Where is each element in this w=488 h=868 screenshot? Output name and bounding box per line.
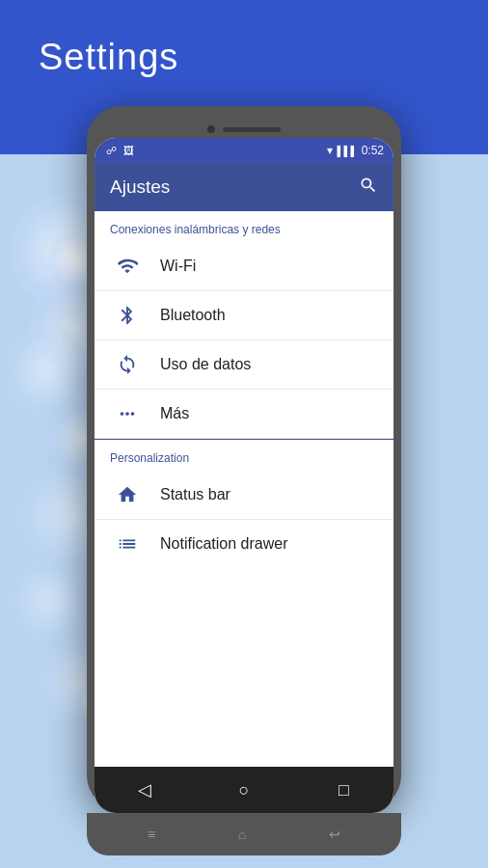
speaker: [223, 127, 281, 132]
signal-icon: ▌▌▌: [337, 146, 357, 156]
wifi-setting-icon: [110, 256, 145, 277]
wifi-label: Wi-Fi: [160, 258, 196, 275]
nav-bar: ◁ ○ □: [95, 767, 393, 813]
whatsapp-icon: ☍: [104, 144, 118, 157]
image-icon: 🖼: [122, 144, 135, 157]
camera: [207, 125, 215, 133]
back-button[interactable]: ◁: [121, 767, 169, 813]
data-label: Uso de datos: [160, 356, 251, 373]
bluetooth-label: Bluetooth: [160, 307, 226, 324]
setting-status-bar[interactable]: Status bar: [95, 471, 393, 520]
home-physical-button[interactable]: ⌂: [238, 827, 246, 842]
menu-button[interactable]: ≡: [148, 827, 155, 842]
app-bar: Ajustes: [95, 163, 393, 211]
back-physical-button[interactable]: ↩: [329, 827, 340, 842]
setting-wifi[interactable]: Wi-Fi: [95, 242, 393, 291]
status-icons-left: ☍ 🖼: [104, 144, 135, 157]
statusbar-setting-icon: [110, 484, 145, 505]
phone-bottom-bar: ≡ ⌂ ↩: [87, 813, 401, 855]
status-icons-right: ▾ ▌▌▌ 0:52: [327, 144, 384, 157]
more-setting-icon: [110, 403, 145, 424]
notif-setting-icon: [110, 533, 145, 555]
time-display: 0:52: [362, 144, 384, 157]
bluetooth-setting-icon: [110, 305, 145, 326]
setting-more[interactable]: Más: [95, 390, 393, 439]
recents-button[interactable]: □: [319, 767, 367, 813]
page-title: Settings: [39, 37, 178, 78]
section-header-1: Conexiones inalámbricas y redes: [95, 211, 393, 242]
phone-frame: ☍ 🖼 ▾ ▌▌▌ 0:52 Ajustes Conexiones inalám…: [87, 106, 401, 810]
statusbar-label: Status bar: [160, 486, 230, 503]
data-setting-icon: [110, 354, 145, 375]
status-bar: ☍ 🖼 ▾ ▌▌▌ 0:52: [95, 138, 393, 163]
setting-notification-drawer[interactable]: Notification drawer: [95, 520, 393, 568]
phone-screen: ☍ 🖼 ▾ ▌▌▌ 0:52 Ajustes Conexiones inalám…: [95, 138, 393, 813]
phone-top-bar: [87, 121, 401, 138]
home-button[interactable]: ○: [220, 767, 268, 813]
wifi-icon: ▾: [327, 144, 333, 157]
settings-content: Conexiones inalámbricas y redes Wi-Fi Bl…: [95, 211, 393, 767]
more-label: Más: [160, 405, 189, 422]
section-header-2: Personalization: [95, 440, 393, 471]
notif-label: Notification drawer: [160, 535, 288, 553]
search-button[interactable]: [359, 176, 378, 200]
app-bar-title: Ajustes: [110, 176, 170, 198]
setting-data[interactable]: Uso de datos: [95, 340, 393, 390]
setting-bluetooth[interactable]: Bluetooth: [95, 291, 393, 340]
